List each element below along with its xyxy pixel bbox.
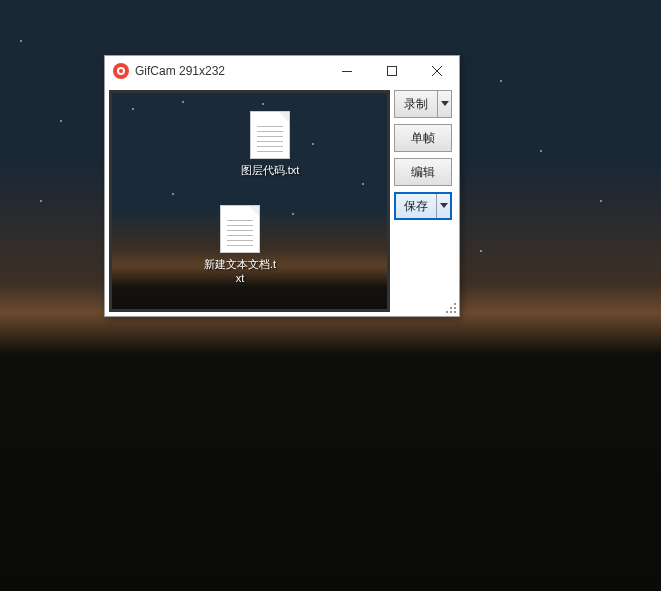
chevron-down-icon: [440, 203, 448, 209]
save-label: 保存: [404, 198, 428, 215]
maximize-icon: [387, 66, 397, 76]
record-dropdown[interactable]: [437, 91, 451, 117]
text-file-icon: [220, 205, 260, 253]
svg-rect-0: [342, 71, 352, 72]
close-icon: [432, 66, 442, 76]
desktop-file[interactable]: 图层代码.txt: [232, 111, 308, 177]
capture-viewport: 图层代码.txt 新建文本文档.txt: [109, 90, 390, 312]
resize-grip[interactable]: [442, 299, 456, 313]
frame-label: 单帧: [411, 130, 435, 147]
maximize-button[interactable]: [369, 56, 414, 86]
sidebar: 录制 单帧 编辑 保存: [394, 90, 452, 312]
app-icon: [113, 63, 129, 79]
desktop-file[interactable]: 新建文本文档.txt: [202, 205, 278, 286]
file-label: 图层代码.txt: [232, 163, 308, 177]
text-file-icon: [250, 111, 290, 159]
titlebar[interactable]: GifCam 291x232: [105, 56, 459, 86]
edit-label: 编辑: [411, 164, 435, 181]
chevron-down-icon: [441, 101, 449, 107]
record-button[interactable]: 录制: [394, 90, 452, 118]
save-dropdown[interactable]: [436, 194, 450, 218]
minimize-button[interactable]: [324, 56, 369, 86]
window-title: GifCam 291x232: [135, 64, 324, 78]
save-button[interactable]: 保存: [394, 192, 452, 220]
frame-button[interactable]: 单帧: [394, 124, 452, 152]
record-label: 录制: [404, 96, 428, 113]
svg-rect-1: [387, 67, 396, 76]
edit-button[interactable]: 编辑: [394, 158, 452, 186]
file-label: 新建文本文档.txt: [202, 257, 278, 286]
minimize-icon: [342, 71, 352, 72]
gifcam-window: GifCam 291x232 图层代码.txt: [104, 55, 460, 317]
close-button[interactable]: [414, 56, 459, 86]
